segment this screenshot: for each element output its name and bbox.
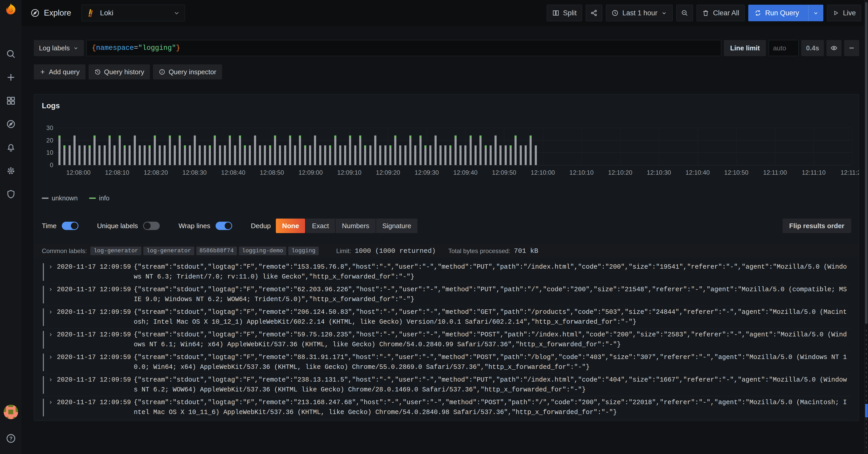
v-gridline (582, 128, 582, 165)
x-axis-label: 12:09:00 (291, 169, 330, 176)
chevron-right-icon[interactable] (48, 330, 57, 350)
chart-bar (284, 145, 286, 165)
remove-query-minus-icon[interactable] (844, 40, 859, 56)
chart-bar (399, 145, 401, 165)
create-plus-icon[interactable] (6, 72, 16, 83)
admin-shield-icon[interactable] (6, 189, 16, 199)
query-history-button[interactable]: Query history (89, 64, 150, 79)
chart-bar (184, 145, 186, 165)
search-icon[interactable] (6, 49, 16, 59)
chart-bar (219, 145, 221, 165)
alerting-bell-icon[interactable] (6, 142, 16, 153)
chevron-right-icon[interactable] (48, 353, 57, 372)
chevron-right-icon[interactable] (48, 262, 57, 282)
chart-bar (479, 135, 482, 165)
scrollbar-blue-thumb[interactable] (865, 404, 868, 417)
live-button[interactable]: Live (827, 5, 861, 21)
query-token: namespace (96, 44, 134, 52)
chevron-right-icon[interactable] (48, 398, 57, 417)
chart-bar (404, 145, 406, 165)
plus-icon (39, 69, 46, 75)
common-label-chip: 8586b88f74 (196, 247, 237, 255)
limit-label: Limit: (336, 248, 351, 255)
log-rows-list: 2020-11-17 12:09:59{"stream":"stdout","l… (42, 261, 851, 421)
chevron-right-icon[interactable] (48, 420, 57, 421)
chevron-right-icon[interactable] (48, 375, 57, 395)
add-query-button[interactable]: Add query (34, 64, 86, 79)
chart-bar (329, 145, 331, 165)
history-icon (94, 68, 101, 75)
share-icon[interactable] (586, 5, 602, 21)
log-row[interactable]: 2020-11-17 12:09:59{"stream":"stdout","l… (42, 328, 851, 351)
dedup-option-exact[interactable]: Exact (306, 219, 335, 233)
x-axis-label: 12:08:40 (214, 169, 253, 176)
dashboards-icon[interactable] (6, 96, 16, 106)
flip-results-order-button[interactable]: Flip results order (782, 219, 851, 233)
split-button[interactable]: Split (547, 5, 582, 21)
configuration-gear-icon[interactable] (6, 166, 16, 176)
explore-compass-icon[interactable] (6, 119, 16, 129)
chevron-right-icon[interactable] (48, 285, 57, 304)
chart-bar (84, 145, 86, 165)
logs-panel-title: Logs (42, 101, 851, 110)
line-limit-input[interactable] (769, 40, 799, 56)
legend-item-info[interactable]: info (89, 194, 110, 202)
datasource-picker[interactable]: Loki (82, 5, 185, 21)
query-input[interactable]: {namespace="logging"} (87, 40, 721, 56)
chart-bar (239, 135, 241, 165)
help-icon[interactable]: ? (6, 433, 16, 444)
chart-bar (509, 145, 512, 165)
log-row[interactable]: 2020-11-17 12:09:59{"stream":"stdout","l… (42, 306, 851, 328)
run-query-button[interactable]: Run Query (748, 5, 824, 21)
dedup-option-signature[interactable]: Signature (376, 219, 417, 233)
common-labels-chips: log-generatorlog-generator8586b88f74logg… (90, 247, 318, 255)
zoom-out-icon[interactable] (676, 5, 693, 21)
chart-bar (179, 135, 181, 165)
dedup-label: Dedup (251, 222, 271, 230)
chart-bar (119, 135, 121, 165)
chart-bar (359, 135, 361, 165)
log-line-text: {"stream":"stdout","logtag":"F","remote"… (134, 398, 851, 417)
scrollbar-thumb[interactable] (865, 2, 867, 324)
wrap-lines-toggle[interactable] (216, 222, 232, 230)
chart-legend: unknowninfo (42, 194, 851, 202)
unique-labels-toggle-label: Unique labels (97, 222, 138, 230)
query-inspector-button[interactable]: Query inspector (153, 64, 222, 79)
run-query-dropdown[interactable] (808, 5, 823, 21)
log-labels-dropdown[interactable]: Log labels (34, 40, 84, 56)
query-token: } (176, 44, 180, 52)
log-row[interactable]: 2020-11-17 12:09:59{"stream":"stdout","l… (42, 351, 851, 374)
x-axis-label: 12:09:10 (330, 169, 369, 176)
chart-bar (420, 135, 422, 165)
dedup-option-numbers[interactable]: Numbers (336, 219, 375, 233)
chart-bar (73, 135, 75, 165)
unique-labels-toggle[interactable] (143, 222, 160, 230)
legend-item-unknown[interactable]: unknown (42, 194, 78, 202)
user-avatar[interactable] (4, 405, 18, 419)
log-level-bar (43, 309, 44, 326)
chevron-right-icon[interactable] (48, 307, 57, 327)
chart-bar (114, 145, 116, 165)
x-axis-label: 12:09:40 (446, 169, 485, 176)
page-scrollbar[interactable] (864, 0, 868, 454)
clear-all-button[interactable]: Clear All (696, 5, 745, 21)
chart-bar (169, 135, 171, 165)
grafana-logo-icon[interactable] (3, 2, 19, 18)
log-timestamp: 2020-11-17 12:09:59 (57, 398, 134, 417)
chart-bar (299, 135, 301, 165)
time-range-picker[interactable]: Last 1 hour (606, 5, 673, 21)
log-row[interactable]: 2020-11-17 12:09:59{"stream":"stdout","l… (42, 374, 851, 396)
log-row[interactable]: 2020-11-17 12:09:59{"stream":"stdout","l… (42, 283, 851, 306)
log-line-text: {"stream":"stdout","logtag":"F","remote"… (134, 262, 851, 282)
log-row[interactable]: 2020-11-17 12:09:59{"stream":"stdout","l… (42, 261, 851, 283)
log-timestamp: 2020-11-17 12:09:59 (57, 420, 134, 421)
dedup-option-none[interactable]: None (276, 219, 305, 233)
log-row[interactable]: 2020-11-17 12:09:59{"stream":"stdout","l… (42, 396, 851, 419)
chart-bar (520, 145, 522, 165)
common-label-chip: logging (288, 247, 318, 255)
log-row[interactable]: 2020-11-17 12:09:59{"stream":"stdout","l… (42, 419, 851, 421)
time-toggle[interactable] (62, 222, 79, 230)
chart-bar (294, 145, 296, 165)
x-axis-label: 12:11:10 (794, 169, 833, 176)
toggle-visibility-eye-icon[interactable] (827, 40, 841, 56)
